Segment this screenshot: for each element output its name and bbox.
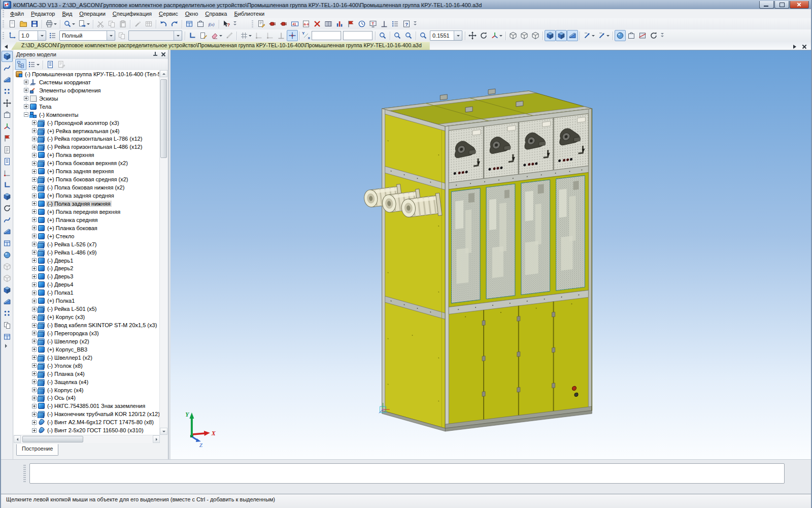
tree-item[interactable]: (-) Планка (x4) (14, 370, 167, 378)
dome-operation-button[interactable] (2, 249, 13, 261)
tree-mode-tab[interactable]: Построение (16, 444, 58, 456)
tree-structure-button[interactable] (15, 59, 26, 70)
lib-electrical-small-button[interactable] (278, 18, 289, 29)
tree-item[interactable]: (+) Полка верхняя (14, 151, 167, 159)
expand-icon[interactable] (32, 355, 37, 360)
context-help-button[interactable] (221, 18, 232, 29)
tree-item[interactable]: (-) Рейка L-526 (x7) (14, 240, 167, 248)
zoom-by-frame-button[interactable] (418, 30, 429, 41)
tree-item[interactable]: (-) Перегородка (x3) (14, 329, 167, 337)
print-button[interactable] (44, 18, 58, 29)
expand-icon[interactable] (32, 129, 37, 133)
hidden-lines-removed-button[interactable] (519, 30, 530, 41)
menu-item[interactable]: Операции (76, 10, 109, 18)
lib-scheduler-button[interactable] (356, 18, 367, 29)
close-button[interactable] (790, 1, 809, 9)
maximize-button[interactable] (774, 1, 789, 9)
lib-text-monitor-button[interactable] (367, 18, 379, 29)
expand-icon[interactable] (32, 250, 37, 255)
menu-item[interactable]: Окно (182, 10, 202, 18)
tab-close-button[interactable] (800, 43, 808, 50)
measure-3d-button[interactable] (2, 121, 13, 132)
reports-button[interactable] (2, 156, 13, 167)
redo-button[interactable] (169, 18, 180, 29)
scale-combo[interactable]: 1.0 (19, 30, 46, 41)
expand-icon[interactable] (24, 88, 28, 92)
expand-icon[interactable] (32, 177, 37, 182)
revolve-operation-button[interactable] (2, 203, 13, 214)
expand-icon[interactable] (32, 428, 37, 433)
expand-icon[interactable] (32, 282, 37, 287)
expand-icon[interactable] (32, 347, 37, 352)
hidden-lines-thin-button[interactable] (530, 30, 541, 41)
tree-item[interactable]: (-) Рейка L-486 (x9) (14, 248, 167, 257)
variables-window-button[interactable] (184, 18, 195, 29)
erase-button[interactable] (209, 30, 224, 41)
expand-icon[interactable] (32, 194, 37, 198)
tree-item[interactable]: (-) Проходной изолятор (x3) (14, 119, 167, 127)
tree-horizontal-scrollbar[interactable] (14, 435, 160, 443)
tree-item[interactable]: (-) Корпус (x4) (14, 386, 167, 394)
cabinet-side-face[interactable] (382, 109, 446, 428)
expand-icon[interactable] (32, 420, 37, 425)
3d-viewport-canvas[interactable]: Y X Z (171, 50, 811, 460)
display-mode-combo-arrow[interactable] (107, 31, 115, 40)
pattern-operation-button[interactable] (2, 308, 13, 319)
expressions-fx-button[interactable] (206, 18, 217, 29)
assembly-operations-button[interactable] (2, 98, 13, 109)
sketch-mode-button[interactable] (187, 30, 198, 41)
expand-icon[interactable] (32, 363, 37, 368)
expand-icon[interactable] (32, 274, 37, 279)
expand-icon[interactable] (32, 120, 37, 125)
coordinate-x-field[interactable] (312, 31, 341, 40)
scroll-right-icon[interactable] (153, 435, 160, 443)
toolbar-overflow-icon[interactable] (660, 31, 664, 40)
expand-icon[interactable] (32, 266, 37, 271)
fillet-operation-button[interactable] (2, 284, 13, 296)
tree-item[interactable]: Эскизы (14, 94, 167, 103)
pin-panel-icon[interactable] (153, 52, 158, 57)
tree-item[interactable]: Тела (14, 103, 167, 111)
zoom-scale-combo[interactable]: 0.1551 (430, 30, 462, 41)
expand-icon[interactable] (32, 307, 37, 311)
mirror-operation-button[interactable] (2, 320, 13, 331)
lib-perpendicular-button[interactable] (379, 18, 390, 29)
current-scale-button[interactable] (7, 30, 18, 41)
toolbar-standard-grip[interactable] (3, 20, 4, 27)
tree-item[interactable]: (-) Дверь4 (14, 280, 167, 289)
expand-icon[interactable] (32, 169, 37, 174)
edit-in-place-button[interactable] (198, 30, 209, 41)
expand-icon[interactable] (32, 185, 37, 190)
tree-item[interactable]: (-) Ввод кабеля SKINTOP ST-M 20x1,5 (x3) (14, 321, 167, 329)
tree-item[interactable]: (-) Полка1 (14, 289, 167, 297)
menu-item[interactable]: Библиотеки (231, 10, 268, 18)
tree-item[interactable]: (-) Защелка (x4) (14, 378, 167, 386)
scroll-left-icon[interactable] (14, 435, 21, 443)
lib-help-button[interactable] (401, 18, 412, 29)
tree-composition-button[interactable] (26, 59, 41, 70)
toolbar-overflow-icon[interactable] (413, 20, 417, 28)
menu-item[interactable]: Справка (201, 10, 230, 18)
tree-item[interactable]: (-) Рейка горизонтальная L-486 (x12) (14, 143, 167, 151)
menubar-grip[interactable] (3, 10, 4, 17)
toolbar-view-grip[interactable] (3, 32, 4, 39)
rotate-view-button[interactable] (478, 30, 489, 41)
tree-item[interactable]: (+) Корпус (x3) (14, 313, 167, 321)
clip-volume-button[interactable] (626, 30, 637, 41)
chamfer-operation-button[interactable] (2, 296, 13, 307)
expand-icon[interactable] (32, 234, 37, 238)
coordinate-y-field[interactable] (343, 31, 373, 40)
tree-item[interactable]: (-) Полка боковая нижняя (x2) (14, 183, 167, 192)
edit-part-button[interactable] (2, 51, 13, 62)
new-document-button[interactable] (7, 18, 18, 29)
lib-text-convert-button[interactable] (300, 18, 312, 29)
tree-item[interactable]: (-) Винт 2-5x20 ГОСТ 11650-80 (x310) (14, 426, 167, 434)
expand-icon[interactable] (32, 201, 37, 206)
tab-scroll-left-button[interactable] (1, 43, 9, 50)
perspective-button[interactable] (567, 30, 578, 41)
scroll-up-icon[interactable] (160, 70, 167, 77)
detail-level-button[interactable] (47, 30, 58, 41)
expand-icon[interactable] (32, 242, 37, 246)
spatial-curves-button[interactable] (2, 62, 13, 74)
wireframe-button[interactable] (507, 30, 519, 41)
